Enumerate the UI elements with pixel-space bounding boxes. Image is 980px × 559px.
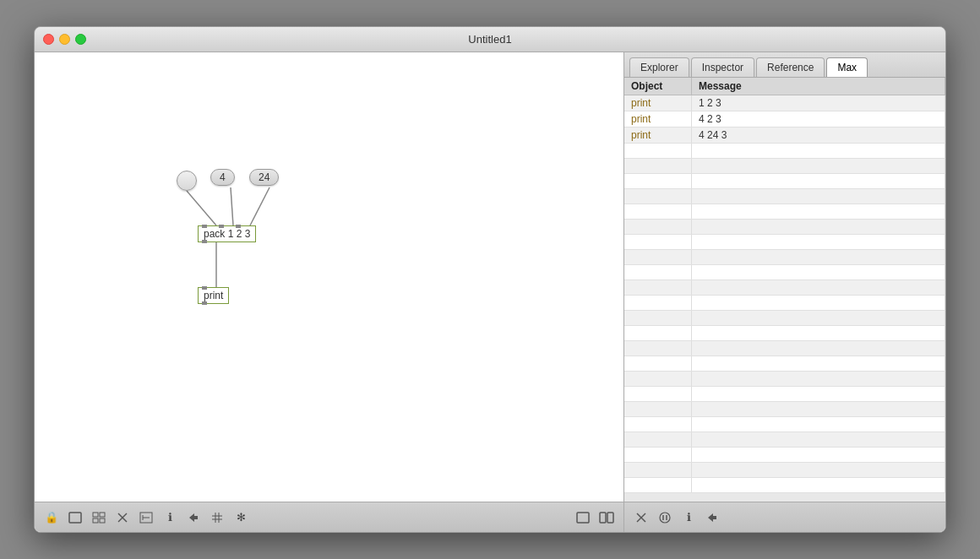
patch-canvas[interactable]: 4 24 pack 1 2 3 print	[35, 52, 623, 502]
console-row-empty	[624, 174, 945, 189]
header-object: Object	[624, 78, 692, 95]
patch-area: 4 24 pack 1 2 3 print	[35, 52, 624, 532]
window-title: Untitled1	[468, 33, 511, 46]
console-row-empty	[624, 311, 945, 326]
svg-rect-21	[607, 513, 613, 523]
svg-rect-4	[69, 513, 81, 523]
console-row-empty	[624, 144, 945, 159]
svg-rect-6	[100, 513, 105, 517]
panel-clear-button[interactable]	[631, 507, 651, 528]
panel-content: Object Message print 1 2 3 print 4 2 3 p…	[624, 78, 945, 502]
panel-back-button[interactable]	[702, 507, 722, 528]
maximize-button[interactable]	[75, 34, 86, 45]
main-content: 4 24 pack 1 2 3 print	[35, 52, 945, 532]
console-row: print 1 2 3	[624, 95, 945, 111]
console-row-empty	[624, 463, 945, 478]
console-row-empty	[624, 296, 945, 311]
svg-marker-14	[189, 513, 198, 522]
arrow-button[interactable]	[183, 507, 204, 528]
console-row-empty	[624, 417, 945, 432]
console-row-empty	[624, 341, 945, 356]
info-button[interactable]: ℹ	[160, 507, 180, 528]
panel-info-button[interactable]: ℹ	[678, 507, 699, 528]
row-object-1: print	[624, 95, 692, 111]
numbox-4-value: 4	[220, 171, 226, 183]
console-row-empty	[624, 235, 945, 250]
console-row: print 4 24 3	[624, 128, 945, 144]
console-row-empty	[624, 159, 945, 174]
tab-explorer[interactable]: Explorer	[629, 57, 689, 77]
pack-object[interactable]: pack 1 2 3	[198, 225, 256, 242]
print-label: print	[204, 290, 223, 301]
console-row-empty	[624, 356, 945, 372]
tab-inspector[interactable]: Inspector	[691, 57, 754, 77]
traffic-lights	[43, 34, 86, 45]
console-row-empty	[624, 326, 945, 341]
numbox-24[interactable]: 24	[249, 169, 279, 186]
tab-max[interactable]: Max	[826, 57, 868, 77]
extras-button[interactable]: ✻	[231, 507, 251, 528]
svg-line-0	[187, 191, 216, 225]
svg-rect-7	[93, 518, 98, 523]
panel-pause-button[interactable]	[655, 507, 675, 528]
console-row-empty	[624, 432, 945, 448]
svg-marker-27	[708, 513, 716, 522]
row-object-2: print	[624, 111, 692, 127]
svg-rect-5	[93, 513, 98, 517]
console-row-empty	[624, 189, 945, 204]
console-row-empty	[624, 402, 945, 417]
svg-point-24	[660, 513, 670, 523]
console-row-empty	[624, 265, 945, 280]
console-row-empty	[624, 250, 945, 265]
patch-toolbar: 🔒 ℹ	[35, 502, 623, 532]
console-row-empty	[624, 478, 945, 493]
wire-svg	[35, 52, 623, 502]
main-window: Untitled1	[34, 26, 946, 533]
row-object-3: print	[624, 128, 692, 143]
numbox-4[interactable]: 4	[210, 169, 235, 186]
lock-button[interactable]: 🔒	[41, 507, 62, 528]
grid-button[interactable]	[207, 507, 227, 528]
header-message: Message	[692, 78, 945, 95]
bang-object[interactable]	[177, 171, 197, 191]
console-header: Object Message	[624, 78, 945, 95]
row-message-1: 1 2 3	[692, 95, 945, 111]
delete-button[interactable]	[112, 507, 133, 528]
tab-reference[interactable]: Reference	[756, 57, 825, 77]
titlebar: Untitled1	[35, 27, 945, 52]
console-row: print 4 2 3	[624, 111, 945, 128]
pack-label: pack 1 2 3	[204, 228, 250, 240]
console-row-empty	[624, 372, 945, 387]
svg-rect-19	[577, 513, 589, 523]
print-object[interactable]: print	[198, 287, 229, 304]
right-panel: Explorer Inspector Reference Max Object …	[624, 52, 945, 532]
single-view-button[interactable]	[573, 507, 593, 528]
row-message-3: 4 24 3	[692, 128, 945, 143]
console-row-empty	[624, 204, 945, 220]
console-row-empty	[624, 220, 945, 235]
panel-tabs: Explorer Inspector Reference Max	[624, 52, 945, 78]
console-table[interactable]: Object Message print 1 2 3 print 4 2 3 p…	[624, 78, 945, 502]
console-row-empty	[624, 280, 945, 296]
svg-line-1	[231, 187, 233, 225]
row-message-2: 4 2 3	[692, 111, 945, 127]
present-mode-button[interactable]	[65, 507, 85, 528]
view-buttons	[573, 507, 617, 528]
close-button[interactable]	[43, 34, 54, 45]
svg-rect-20	[600, 513, 606, 523]
console-row-empty	[624, 387, 945, 402]
patching-button[interactable]	[89, 507, 109, 528]
split-view-button[interactable]	[596, 507, 617, 528]
svg-line-2	[250, 187, 270, 225]
numbox-24-value: 24	[259, 171, 270, 183]
panel-toolbar: ℹ	[624, 502, 945, 532]
svg-rect-8	[100, 518, 105, 523]
minimize-button[interactable]	[59, 34, 70, 45]
console-row-empty	[624, 448, 945, 463]
snapshot-button[interactable]	[136, 507, 156, 528]
